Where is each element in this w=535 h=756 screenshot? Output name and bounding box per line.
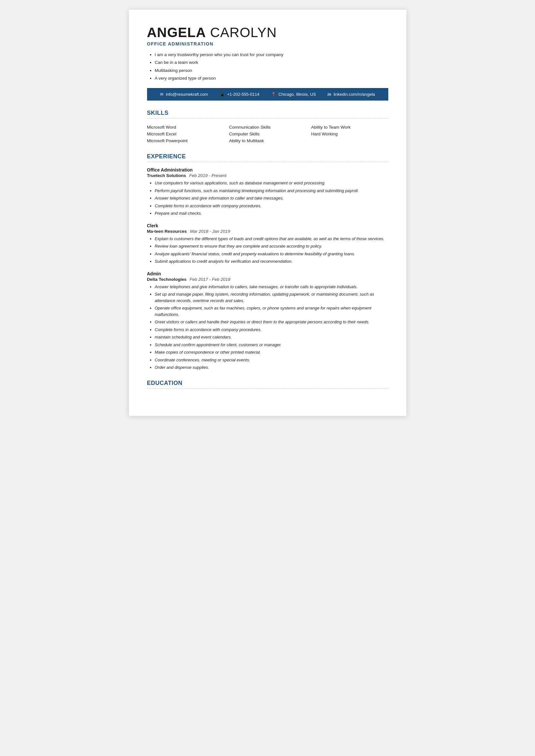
job-1-company-line: Truetech Solutions Feb 2019 - Present xyxy=(147,173,388,178)
job-1: Office Administration Truetech Solutions… xyxy=(147,167,388,217)
job-3-duty-5: Complete forms in accordance with compan… xyxy=(155,327,388,333)
job-3-duty-1: Answer telephones and give information t… xyxy=(155,284,388,290)
job-3-duty-8: Make copies of correspondence or other p… xyxy=(155,349,388,356)
skills-col-1: Microsoft Word Microsoft Excel Microsoft… xyxy=(147,124,224,144)
phone-text: +1-202-555-0114 xyxy=(227,92,259,97)
phone-icon: 📱 xyxy=(220,92,225,97)
job-2-duty-1: Explain to customers the different types… xyxy=(155,236,388,242)
job-1-dates: Feb 2019 - Present xyxy=(189,173,227,178)
job-1-duty-1: Use computers for various applications, … xyxy=(155,180,388,186)
education-divider xyxy=(147,389,388,389)
job-1-duty-5: Prepare and mail checks. xyxy=(155,210,388,217)
job-3-duty-9: Coordinate conferences, meeting or speci… xyxy=(155,357,388,363)
job-title: OFFICE ADMINISTRATION xyxy=(147,41,388,46)
skill-1: Microsoft Word xyxy=(147,124,224,131)
job-1-title: Office Administration xyxy=(147,167,388,173)
email-icon: ✉ xyxy=(160,92,163,97)
job-3-duty-6: maintain scheduling and event calendars. xyxy=(155,334,388,340)
job-2-title: Clerk xyxy=(147,223,388,228)
intro-bullets: I am a very trustworthy person who you c… xyxy=(147,52,388,82)
skill-8: Hard Working xyxy=(311,131,388,137)
full-name: ANGELA CAROLYN xyxy=(147,25,388,40)
education-title: EDUCATION xyxy=(147,380,388,387)
job-3-company: Delta Technologies xyxy=(147,277,187,282)
job-2-company: Ma-teen Resources xyxy=(147,229,187,234)
skill-3: Microsoft Powerpoint xyxy=(147,137,224,144)
contact-phone: 📱 +1-202-555-0114 xyxy=(220,92,259,97)
intro-bullet-2: Can be in a team work xyxy=(155,59,388,66)
job-1-company: Truetech Solutions xyxy=(147,173,186,178)
experience-section: EXPERIENCE Office Administration Truetec… xyxy=(147,153,388,371)
skills-grid: Microsoft Word Microsoft Excel Microsoft… xyxy=(147,124,388,144)
skill-7: Ability to Team Work xyxy=(311,124,388,131)
skill-6: Ability to Multitask xyxy=(229,137,306,144)
contact-linkedin: in linkedin.com/in/angela xyxy=(328,92,375,97)
job-3: Admin Delta Technologies Feb 2017 - Feb … xyxy=(147,271,388,371)
job-3-duty-10: Order and dispense supplies. xyxy=(155,364,388,371)
job-3-duties: Answer telephones and give information t… xyxy=(147,284,388,371)
skills-divider xyxy=(147,118,388,119)
education-section: EDUCATION xyxy=(147,380,388,389)
job-1-duties: Use computers for various applications, … xyxy=(147,180,388,217)
job-3-dates: Feb 2017 - Feb 2018 xyxy=(190,277,230,282)
job-1-duty-4: Complete forms in accordance with compan… xyxy=(155,203,388,209)
job-2-duty-4: Submit applications to credit analysts f… xyxy=(155,258,388,265)
intro-bullet-4: A very organized type of person xyxy=(155,75,388,82)
skills-col-2: Communication Skills Computer Skills Abi… xyxy=(229,124,306,144)
intro-bullet-1: I am a very trustworthy person who you c… xyxy=(155,52,388,58)
job-2: Clerk Ma-teen Resources Mar 2018 - Jan 2… xyxy=(147,223,388,265)
job-1-duty-2: Perform payroll functions, such as maint… xyxy=(155,188,388,194)
job-2-dates: Mar 2018 - Jan 2019 xyxy=(190,229,230,234)
contact-bar: ✉ info@resumekraft.com 📱 +1-202-555-0114… xyxy=(147,88,388,100)
location-text: Chicago, Illinois, US xyxy=(278,92,316,97)
job-2-duties: Explain to customers the different types… xyxy=(147,236,388,265)
location-icon: 📍 xyxy=(271,92,276,97)
contact-email: ✉ info@resumekraft.com xyxy=(160,92,208,97)
job-2-duty-2: Review loan agreement to ensure that the… xyxy=(155,243,388,250)
experience-title: EXPERIENCE xyxy=(147,153,388,160)
job-3-title: Admin xyxy=(147,271,388,276)
skill-2: Microsoft Excel xyxy=(147,131,224,137)
resume-header: ANGELA CAROLYN OFFICE ADMINISTRATION I a… xyxy=(147,25,388,82)
contact-location: 📍 Chicago, Illinois, US xyxy=(271,92,316,97)
linkedin-icon: in xyxy=(328,92,331,97)
first-name: ANGELA xyxy=(147,25,206,40)
job-3-duty-7: Schedule and confirm appointment for cli… xyxy=(155,342,388,348)
linkedin-text: linkedin.com/in/angela xyxy=(333,92,375,97)
skills-title: SKILLS xyxy=(147,110,388,116)
job-3-duty-3: Operate office equipment, such as fax ma… xyxy=(155,305,388,317)
job-2-company-line: Ma-teen Resources Mar 2018 - Jan 2019 xyxy=(147,229,388,234)
job-1-duty-3: Answer telephones and give information t… xyxy=(155,195,388,202)
job-2-duty-3: Analyze applicants' financial status, cr… xyxy=(155,251,388,257)
job-3-duty-4: Greet visitors or callers and handle the… xyxy=(155,319,388,325)
job-3-duty-2: Set up and manage paper, filing system, … xyxy=(155,291,388,304)
skills-section: SKILLS Microsoft Word Microsoft Excel Mi… xyxy=(147,110,388,144)
resume-document: ANGELA CAROLYN OFFICE ADMINISTRATION I a… xyxy=(129,10,406,416)
email-text: info@resumekraft.com xyxy=(166,92,208,97)
job-3-company-line: Delta Technologies Feb 2017 - Feb 2018 xyxy=(147,277,388,282)
intro-bullet-3: Multitasking person xyxy=(155,68,388,74)
skills-col-3: Ability to Team Work Hard Working xyxy=(311,124,388,144)
skill-5: Computer Skills xyxy=(229,131,306,137)
skill-4: Communication Skills xyxy=(229,124,306,131)
